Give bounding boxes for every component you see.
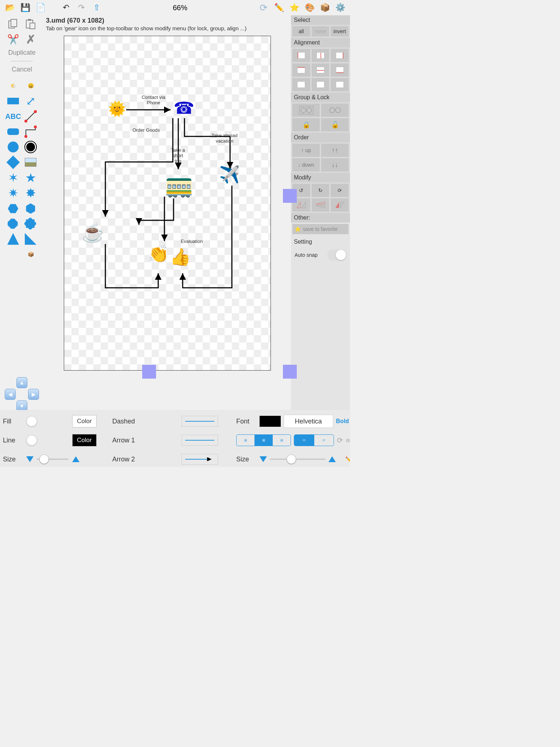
delete-icon[interactable]: ✗ [23,32,38,47]
shape-weather-icon[interactable]: 🌤️ [6,78,20,93]
angle-reset-icon[interactable]: ⟳ [337,436,343,445]
size-decrease[interactable] [26,456,34,462]
save-favorite-button[interactable]: ⭐ save to favorite [292,224,349,234]
valign-top-seg[interactable]: ＝ [294,435,314,446]
align-right-seg[interactable]: ≡ [273,435,291,446]
shape-star8a[interactable]: ✷ [6,186,20,200]
shape-elbow-connector[interactable] [23,124,38,139]
align-left-seg[interactable]: ≡ [237,435,255,446]
shape-text[interactable]: ABC [6,109,20,124]
edit-pencil-icon[interactable]: ✏️ [345,456,350,462]
size-increase[interactable] [72,456,79,462]
order-top-button[interactable]: ↑↑ [321,144,349,157]
select-invert-button[interactable]: invert [331,26,349,36]
order-up-button[interactable]: ↑ up [292,144,320,157]
fill-color-knob[interactable] [26,416,37,427]
shape-rectangle[interactable] [6,94,20,108]
flip-v-button[interactable] [312,198,330,212]
selection-handle-right[interactable] [283,189,297,203]
dashed-preview[interactable] [182,416,218,427]
shape-hexagon2[interactable]: ⬢ [23,201,38,216]
distribute-both[interactable] [331,78,349,91]
lock-button[interactable]: 🔒 [292,118,320,131]
align-top[interactable] [292,63,310,77]
shape-star6[interactable]: ✶ [6,170,20,185]
flip-both-button[interactable] [331,198,349,212]
valign-segment[interactable]: ＝ ＝ [294,434,334,446]
coffee-node[interactable]: ☕ [82,222,104,243]
group-button[interactable] [292,104,320,117]
diagram-canvas[interactable]: 🌞 ☎ ✈️ 🚃 ☕ 👏 👍 Contact via Phone Order G… [64,36,271,371]
arrow2-preview[interactable] [182,454,218,465]
fill-color-button[interactable]: Color [72,415,97,427]
align-left[interactable] [292,49,310,62]
new-page-icon[interactable]: 📄 [34,1,47,14]
shape-diamond[interactable] [6,155,20,170]
distribute-v[interactable] [312,78,330,91]
selection-handle-corner[interactable] [283,365,297,379]
font-size-increase[interactable] [328,456,336,462]
line-color-knob[interactable] [26,435,37,446]
font-size-slider[interactable] [287,454,296,464]
dpad-left[interactable]: ◀ [5,389,16,400]
share-icon[interactable]: ⇧ [90,1,103,14]
shape-triangle[interactable] [6,232,20,246]
shape-hexagon[interactable]: ⬣ [6,201,20,216]
select-none-button[interactable]: none [312,26,330,36]
unlock-button[interactable]: 🔓 [321,118,349,131]
line-color-button[interactable]: Color [72,434,97,446]
select-all-button[interactable]: all [292,26,310,36]
shape-octagon2[interactable]: ⯄ [23,216,38,231]
selection-handle-bottom[interactable] [142,365,156,379]
ungroup-button[interactable] [321,104,349,117]
duplicate-button[interactable]: Duplicate [8,49,35,57]
valign-mid-seg[interactable]: ＝ [314,435,334,446]
cut-icon[interactable]: ✂️ [6,32,20,47]
zoom-level[interactable]: 66% [173,4,187,12]
order-bottom-button[interactable]: ↓↓ [321,158,349,171]
palette-icon[interactable]: 🎨 [303,1,316,14]
arrow1-preview[interactable] [182,435,218,446]
shape-star5[interactable]: ★ [23,170,38,185]
align-center-h[interactable] [312,49,330,62]
align-right[interactable] [331,49,349,62]
undo-icon[interactable]: ↶ [60,1,72,14]
rotate-free-button[interactable]: ⟳ [331,184,349,197]
font-picker[interactable]: Helvetica [284,415,333,428]
save-icon[interactable]: 💾 [19,1,31,14]
phone-node[interactable]: ☎ [174,98,194,118]
shape-right-triangle[interactable] [23,232,38,246]
open-folder-icon[interactable]: 📂 [4,1,16,14]
text-align-segment[interactable]: ≡ ≡ ≡ [236,434,291,446]
gear-icon[interactable]: ⚙️ [334,1,346,14]
star-icon[interactable]: ⭐ [288,1,300,14]
shape-image[interactable] [23,155,38,170]
font-color-swatch[interactable] [260,416,281,427]
shape-circle[interactable] [6,140,20,154]
shape-line-connector[interactable] [23,109,38,124]
align-center-seg[interactable]: ≡ [255,435,273,446]
order-down-button[interactable]: ↓ down [292,158,320,171]
sun-node[interactable]: 🌞 [108,100,126,117]
shape-star8b[interactable]: ✸ [23,186,38,200]
align-bottom[interactable] [331,63,349,77]
shape-rounded-rect[interactable] [6,124,20,139]
distribute-h[interactable] [292,78,310,91]
dpad-up[interactable]: ▲ [16,377,27,388]
shape-double-arrow[interactable]: ⤢ [23,94,38,108]
shape-package-icon[interactable]: 📦 [23,247,38,262]
copy-icon[interactable] [6,17,20,31]
auto-snap-toggle[interactable] [327,249,346,260]
package-icon[interactable]: 📦 [319,1,331,14]
paste-icon[interactable] [23,17,38,31]
dpad-right[interactable]: ▶ [28,389,39,400]
shape-octagon[interactable]: ⯃ [6,216,20,231]
font-size-decrease[interactable] [260,456,267,462]
align-middle-v[interactable] [312,63,330,77]
rotate-cw-button[interactable]: ↻ [312,184,330,197]
shape-smiley-icon[interactable]: 😀 [23,78,38,93]
size-slider[interactable] [39,454,49,464]
refresh-icon[interactable]: ⟳ [257,1,270,14]
redo-icon[interactable]: ↷ [75,1,88,14]
pencil-icon[interactable]: ✏️ [273,1,285,14]
